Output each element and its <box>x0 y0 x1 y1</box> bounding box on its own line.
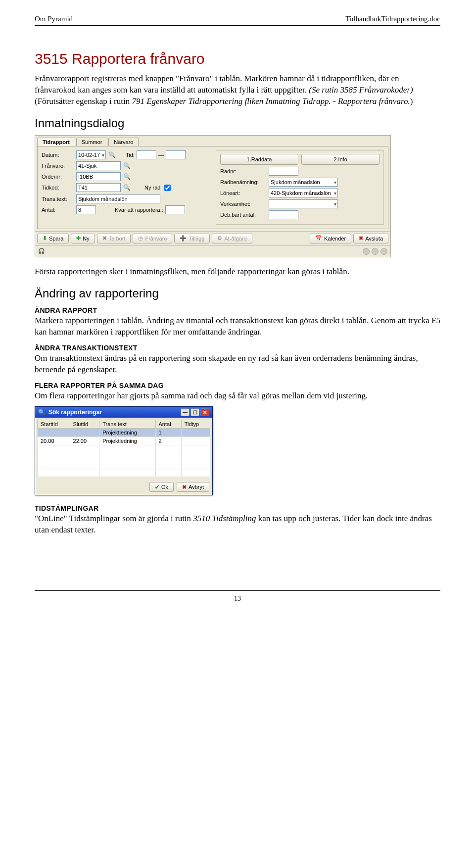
search-icon[interactable]: 🔍 <box>123 161 131 170</box>
ny-button[interactable]: ✚Ny <box>71 234 95 243</box>
results-table: Starttid Sluttid Trans.text Antal Tidtyp… <box>37 420 210 477</box>
save-icon: ⬇ <box>43 235 47 241</box>
col-starttid[interactable]: Starttid <box>38 420 70 429</box>
input-ordernr[interactable]: I10BB <box>76 172 121 181</box>
tab-tidrapport[interactable]: Tidrapport <box>37 138 75 146</box>
tid-dash: — <box>158 152 164 158</box>
table-cell <box>99 453 155 461</box>
status-dot <box>380 248 387 255</box>
tabort-button-label: Ta bort <box>109 236 126 241</box>
input-debant[interactable] <box>269 210 298 219</box>
header-rule <box>35 25 440 26</box>
spara-button[interactable]: ⬇Spara <box>37 234 69 243</box>
raddata-button[interactable]: 1.Raddata <box>220 154 298 165</box>
checkbox-nyrad[interactable] <box>164 185 171 191</box>
input-tid-to[interactable] <box>166 150 186 159</box>
tab-row: Tidrapport Summor Närvaro <box>35 136 390 146</box>
table-row[interactable] <box>38 461 210 469</box>
table-cell <box>70 453 99 461</box>
close-icon: ✖ <box>359 235 363 241</box>
search-icon[interactable]: 🔍 <box>123 183 131 192</box>
table-cell <box>99 445 155 453</box>
table-row[interactable]: 20.0022.00Projektledning2 <box>38 437 210 445</box>
franvaro-button-label: Frånvaro <box>145 236 167 241</box>
col-sluttid[interactable]: Sluttid <box>70 420 99 429</box>
table-cell: 20.00 <box>38 437 70 445</box>
table-cell <box>70 445 99 453</box>
atgard-button[interactable]: ⚙At-åtgärd <box>212 234 252 243</box>
status-bar: 🎧 <box>35 245 390 257</box>
col-tidtyp[interactable]: Tidtyp <box>181 420 210 429</box>
col-transtext[interactable]: Trans.text <box>99 420 155 429</box>
table-row[interactable] <box>38 445 210 453</box>
atgard-button-label: At-åtgärd <box>224 236 246 241</box>
input-radnr[interactable] <box>269 167 298 176</box>
avsluta-button-label: Avsluta <box>365 236 383 241</box>
tidstamplingar-text: "OnLine" Tidstämplingar som är gjorda i … <box>35 513 440 536</box>
ny-button-label: Ny <box>83 236 89 241</box>
input-franvaro[interactable]: 41-Sjuk <box>76 161 121 170</box>
header-left: Om Pyramid <box>35 15 73 23</box>
tab-tidrapport-label: Tidrapport <box>43 139 70 145</box>
tab-panel: Datum: 10-02-17 🔍 Tid: — Frånvaro: 41-Sj… <box>37 146 388 229</box>
label-verksamhet: Verksamhet: <box>220 201 267 207</box>
label-transtext: Trans.text: <box>42 196 74 202</box>
maximize-button[interactable]: ☐ <box>190 408 199 416</box>
dialog-title: Sök rapporteringar <box>48 409 102 416</box>
tillagg-button[interactable]: ➕Tillägg <box>174 234 210 243</box>
ok-button[interactable]: ✔Ok <box>149 482 174 492</box>
table-row[interactable] <box>38 469 210 477</box>
left-column: Datum: 10-02-17 🔍 Tid: — Frånvaro: 41-Sj… <box>42 150 210 225</box>
header-right: TidhandbokTidrapportering.doc <box>345 15 440 23</box>
label-tid: Tid: <box>126 152 135 158</box>
table-cell: Projektledning <box>99 429 155 437</box>
input-datum[interactable]: 10-02-17 <box>76 150 106 159</box>
franvaro-button[interactable]: ◷Frånvaro <box>133 234 172 243</box>
table-cell <box>181 461 210 469</box>
label-nyrad: Ny rad <box>144 185 160 191</box>
input-transtext[interactable]: Sjukdom månadslön <box>76 194 160 203</box>
table-cell <box>38 445 70 453</box>
info-button-label: 2.Info <box>333 156 347 162</box>
input-radbenamning[interactable]: Sjukdom månadslön <box>269 178 338 187</box>
minimize-button[interactable]: — <box>181 408 190 416</box>
tabort-button[interactable]: ✖Ta bort <box>97 234 131 243</box>
table-cell <box>181 429 210 437</box>
tab-summor[interactable]: Summor <box>76 138 108 146</box>
avsluta-button[interactable]: ✖Avsluta <box>353 234 388 243</box>
calendar-icon: 📅 <box>315 235 322 241</box>
avbryt-button[interactable]: ✖Avbryt <box>177 482 209 492</box>
table-cell <box>181 437 210 445</box>
status-dots <box>363 248 387 255</box>
input-kvar[interactable] <box>165 205 185 214</box>
input-antal[interactable]: 8 <box>76 205 96 214</box>
col-antal[interactable]: Antal <box>155 420 181 429</box>
label-radnr: Radnr: <box>220 168 267 174</box>
heading-inmatningsdialog: Inmatningsdialog <box>35 116 440 130</box>
heading-tidstamplingar: TIDSTÄMPLINGAR <box>35 504 440 512</box>
table-row[interactable]: Projektledning1 <box>38 429 210 437</box>
kalender-button[interactable]: 📅Kalender <box>310 234 351 243</box>
tidst-b: 3510 Tidstämpling <box>193 514 256 523</box>
label-debant: Deb.bart antal: <box>220 212 267 218</box>
status-dot <box>363 248 370 255</box>
input-loneart[interactable]: 420-Sjukdom månadslön <box>269 189 338 197</box>
search-icon[interactable]: 🔍 <box>123 172 131 181</box>
andra-trans-text: Om transaktionstext ändras på en rapport… <box>35 353 440 376</box>
table-row[interactable] <box>38 453 210 461</box>
input-verksamhet[interactable] <box>269 199 338 208</box>
table-cell: 2 <box>155 437 181 445</box>
input-tid-from[interactable] <box>137 150 156 159</box>
table-cell: 22.00 <box>70 437 99 445</box>
table-cell <box>181 445 210 453</box>
table-cell <box>38 429 70 437</box>
headset-icon: 🎧 <box>38 248 45 254</box>
tab-narvaro[interactable]: Närvaro <box>108 138 139 146</box>
window-close-button[interactable]: ✕ <box>200 408 209 416</box>
after-dialog1-text: Första rapporteringen sker i inmatningsf… <box>35 266 440 278</box>
table-cell <box>181 453 210 461</box>
info-button[interactable]: 2.Info <box>301 154 380 165</box>
input-tidkod[interactable]: T41 <box>76 183 121 192</box>
search-icon[interactable]: 🔍 <box>108 150 116 159</box>
label-ordernr: Ordernr: <box>42 174 74 180</box>
